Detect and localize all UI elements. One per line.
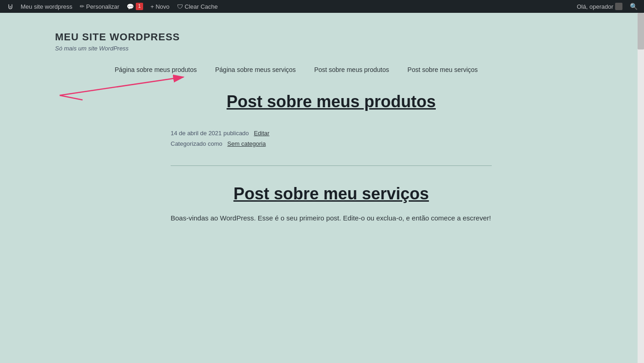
nav-item-services-post[interactable]: Post sobre meu serviços xyxy=(407,66,477,74)
post-1-category: Categorizado como Sem categoria xyxy=(171,140,492,147)
post-1-meta: 14 de abril de 2021 publicado Editar xyxy=(171,130,492,137)
new-label: + Novo xyxy=(150,3,170,10)
site-content: Post sobre meus produtos 14 de abril de … xyxy=(171,92,492,224)
site-nav: Página sobre meus produtos Página sobre … xyxy=(55,66,607,74)
adminbar-customize[interactable]: ✏ Personalizar xyxy=(76,0,123,13)
svg-line-2 xyxy=(60,95,83,100)
adminbar-clear-cache[interactable]: 🛡 Clear Cache xyxy=(173,0,222,13)
adminbar-site-name[interactable]: Meu site wordpress xyxy=(17,0,76,13)
customize-label: Personalizar xyxy=(86,3,119,10)
nav-link-products-page[interactable]: Página sobre meus produtos xyxy=(115,66,197,73)
adminbar-new[interactable]: + Novo xyxy=(147,0,173,13)
greeting-text: Olá, operador xyxy=(577,3,614,10)
comments-badge: 1 xyxy=(136,3,143,10)
site-description: Só mais um site WordPress xyxy=(55,45,607,52)
nav-link-products-post[interactable]: Post sobre meus produtos xyxy=(314,66,389,73)
nav-item-products-post[interactable]: Post sobre meus produtos xyxy=(314,66,389,74)
customize-pencil-icon: ✏ xyxy=(80,3,84,10)
adminbar-search-button[interactable]: 🔍 xyxy=(627,0,640,13)
site-header: MEU SITE WORDPRESS Só mais um site WordP… xyxy=(55,31,607,52)
post-1-category-link[interactable]: Sem categoria xyxy=(228,140,266,147)
post-2-title: Post sobre meu serviços xyxy=(171,184,492,204)
comment-icon: 💬 xyxy=(127,3,134,10)
post-1: Post sobre meus produtos 14 de abril de … xyxy=(171,92,492,147)
post-1-category-prefix: Categorizado como xyxy=(171,140,222,147)
nav-item-products-page[interactable]: Página sobre meus produtos xyxy=(115,66,197,74)
adminbar-greeting[interactable]: Olá, operador xyxy=(574,0,626,13)
site-name-label: Meu site wordpress xyxy=(21,3,72,10)
search-icon: 🔍 xyxy=(630,3,638,10)
cache-label: Clear Cache xyxy=(185,3,218,10)
site-wrapper: MEU SITE WORDPRESS Só mais um site WordP… xyxy=(0,13,644,363)
nav-menu: Página sobre meus produtos Página sobre … xyxy=(55,66,607,74)
scrollbar-thumb[interactable] xyxy=(638,13,644,50)
post-2-title-link[interactable]: Post sobre meu serviços xyxy=(233,184,429,203)
nav-item-services-page[interactable]: Página sobre meus serviços xyxy=(215,66,296,74)
user-avatar xyxy=(615,3,622,10)
admin-bar: ⊎ Meu site wordpress ✏ Personalizar 💬 1 … xyxy=(0,0,644,13)
post-2: Post sobre meu serviços Boas-vindas ao W… xyxy=(171,184,492,224)
post-1-edit-link[interactable]: Editar xyxy=(254,130,269,137)
cache-icon: 🛡 xyxy=(177,3,183,10)
nav-link-services-page[interactable]: Página sobre meus serviços xyxy=(215,66,296,73)
nav-link-services-post[interactable]: Post sobre meu serviços xyxy=(407,66,477,73)
adminbar-comments[interactable]: 💬 1 xyxy=(123,0,147,13)
scrollbar-track xyxy=(638,13,644,363)
post-1-title-link[interactable]: Post sobre meus produtos xyxy=(227,92,436,111)
post-1-date: 14 de abril de 2021 publicado xyxy=(171,130,249,137)
adminbar-wp-logo[interactable]: ⊎ xyxy=(4,0,17,13)
svg-line-1 xyxy=(60,77,183,95)
post-1-title: Post sobre meus produtos xyxy=(171,92,492,111)
post-divider xyxy=(171,165,492,166)
site-title: MEU SITE WORDPRESS xyxy=(55,31,607,43)
post-2-excerpt: Boas-vindas ao WordPress. Esse é o seu p… xyxy=(171,213,492,224)
wp-logo-icon: ⊎ xyxy=(7,1,13,11)
